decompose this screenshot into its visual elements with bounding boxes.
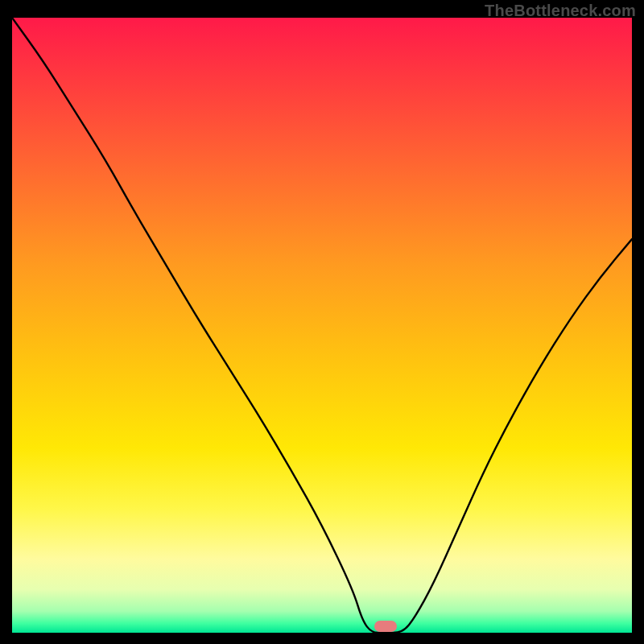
gradient-background — [12, 18, 632, 633]
plot-area — [12, 18, 632, 633]
optimal-marker — [374, 621, 397, 632]
chart-frame: TheBottleneck.com — [0, 0, 644, 644]
watermark-text: TheBottleneck.com — [485, 2, 636, 20]
plot-svg — [12, 18, 632, 633]
